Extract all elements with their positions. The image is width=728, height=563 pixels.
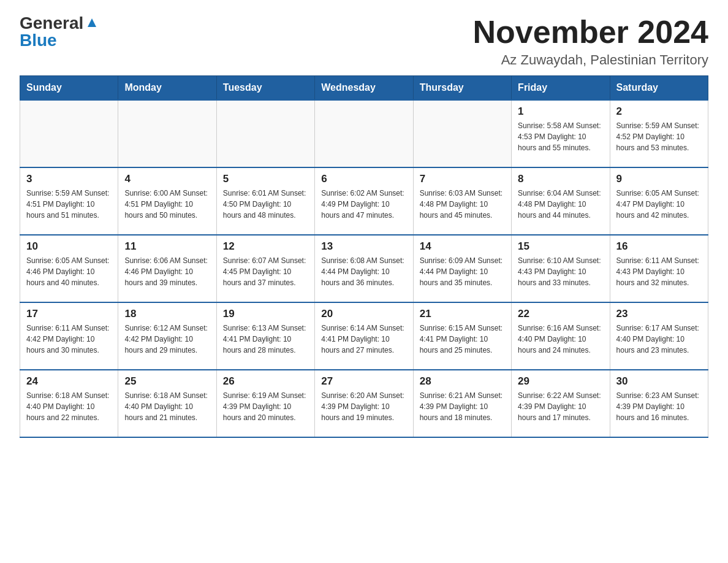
calendar-cell: 20Sunrise: 6:14 AM Sunset: 4:41 PM Dayli… [315, 302, 413, 370]
calendar-cell [20, 100, 118, 167]
day-number: 12 [223, 240, 308, 253]
calendar-cell: 2Sunrise: 5:59 AM Sunset: 4:52 PM Daylig… [610, 100, 708, 167]
day-info: Sunrise: 5:58 AM Sunset: 4:53 PM Dayligh… [518, 120, 603, 153]
day-number: 13 [321, 240, 406, 253]
day-number: 29 [518, 375, 603, 388]
day-info: Sunrise: 6:04 AM Sunset: 4:48 PM Dayligh… [518, 188, 603, 221]
day-number: 15 [518, 240, 603, 253]
day-info: Sunrise: 6:15 AM Sunset: 4:41 PM Dayligh… [420, 323, 505, 356]
day-number: 16 [616, 240, 702, 253]
calendar-cell: 29Sunrise: 6:22 AM Sunset: 4:39 PM Dayli… [512, 370, 610, 437]
day-info: Sunrise: 6:00 AM Sunset: 4:51 PM Dayligh… [124, 188, 210, 221]
day-number: 23 [616, 308, 702, 320]
weekday-header-wednesday: Wednesday [315, 76, 413, 101]
weekday-header-saturday: Saturday [610, 76, 708, 101]
calendar-cell: 15Sunrise: 6:10 AM Sunset: 4:43 PM Dayli… [512, 235, 610, 302]
calendar-cell [315, 100, 413, 167]
day-info: Sunrise: 6:09 AM Sunset: 4:44 PM Dayligh… [420, 255, 505, 288]
day-number: 5 [223, 173, 308, 185]
calendar-table: SundayMondayTuesdayWednesdayThursdayFrid… [20, 75, 708, 438]
day-info: Sunrise: 5:59 AM Sunset: 4:52 PM Dayligh… [616, 120, 702, 153]
calendar-cell: 28Sunrise: 6:21 AM Sunset: 4:39 PM Dayli… [413, 370, 511, 437]
day-number: 20 [321, 308, 406, 320]
calendar-cell: 19Sunrise: 6:13 AM Sunset: 4:41 PM Dayli… [216, 302, 314, 370]
day-number: 4 [124, 173, 210, 185]
calendar-cell [216, 100, 314, 167]
week-row-1: 1Sunrise: 5:58 AM Sunset: 4:53 PM Daylig… [20, 100, 708, 167]
location-subtitle: Az Zuwaydah, Palestinian Territory [473, 52, 708, 68]
calendar-cell: 24Sunrise: 6:18 AM Sunset: 4:40 PM Dayli… [20, 370, 118, 437]
week-row-4: 17Sunrise: 6:11 AM Sunset: 4:42 PM Dayli… [20, 302, 708, 370]
svg-marker-0 [88, 18, 96, 27]
day-info: Sunrise: 6:05 AM Sunset: 4:47 PM Dayligh… [616, 188, 702, 221]
page-header: General Blue November 2024 Az Zuwaydah, … [20, 15, 708, 68]
calendar-cell: 23Sunrise: 6:17 AM Sunset: 4:40 PM Dayli… [610, 302, 708, 370]
day-number: 26 [223, 375, 308, 388]
calendar-cell: 22Sunrise: 6:16 AM Sunset: 4:40 PM Dayli… [512, 302, 610, 370]
day-number: 11 [124, 240, 210, 253]
day-number: 24 [26, 375, 112, 388]
day-info: Sunrise: 6:14 AM Sunset: 4:41 PM Dayligh… [321, 323, 406, 356]
weekday-header-tuesday: Tuesday [216, 76, 314, 101]
weekday-header-thursday: Thursday [413, 76, 511, 101]
calendar-cell: 17Sunrise: 6:11 AM Sunset: 4:42 PM Dayli… [20, 302, 118, 370]
day-number: 9 [616, 173, 702, 185]
day-info: Sunrise: 6:11 AM Sunset: 4:43 PM Dayligh… [616, 255, 702, 288]
calendar-cell: 30Sunrise: 6:23 AM Sunset: 4:39 PM Dayli… [610, 370, 708, 437]
day-info: Sunrise: 6:05 AM Sunset: 4:46 PM Dayligh… [26, 255, 112, 288]
calendar-cell [118, 100, 216, 167]
calendar-cell: 26Sunrise: 6:19 AM Sunset: 4:39 PM Dayli… [216, 370, 314, 437]
day-number: 22 [518, 308, 603, 320]
week-row-3: 10Sunrise: 6:05 AM Sunset: 4:46 PM Dayli… [20, 235, 708, 302]
calendar-cell: 6Sunrise: 6:02 AM Sunset: 4:49 PM Daylig… [315, 167, 413, 235]
logo-blue-text: Blue [20, 32, 57, 49]
calendar-cell: 12Sunrise: 6:07 AM Sunset: 4:45 PM Dayli… [216, 235, 314, 302]
day-number: 19 [223, 308, 308, 320]
day-number: 28 [420, 375, 505, 388]
day-info: Sunrise: 6:13 AM Sunset: 4:41 PM Dayligh… [223, 323, 308, 356]
day-info: Sunrise: 6:07 AM Sunset: 4:45 PM Dayligh… [223, 255, 308, 288]
calendar-cell: 4Sunrise: 6:00 AM Sunset: 4:51 PM Daylig… [118, 167, 216, 235]
week-row-2: 3Sunrise: 5:59 AM Sunset: 4:51 PM Daylig… [20, 167, 708, 235]
day-info: Sunrise: 6:03 AM Sunset: 4:48 PM Dayligh… [420, 188, 505, 221]
calendar-cell: 1Sunrise: 5:58 AM Sunset: 4:53 PM Daylig… [512, 100, 610, 167]
day-info: Sunrise: 6:21 AM Sunset: 4:39 PM Dayligh… [420, 390, 505, 423]
day-info: Sunrise: 6:12 AM Sunset: 4:42 PM Dayligh… [124, 323, 210, 356]
calendar-cell: 27Sunrise: 6:20 AM Sunset: 4:39 PM Dayli… [315, 370, 413, 437]
day-number: 14 [420, 240, 505, 253]
month-year-title: November 2024 [473, 15, 708, 50]
day-info: Sunrise: 6:18 AM Sunset: 4:40 PM Dayligh… [26, 390, 112, 423]
day-number: 3 [26, 173, 112, 185]
day-number: 30 [616, 375, 702, 388]
day-info: Sunrise: 6:16 AM Sunset: 4:40 PM Dayligh… [518, 323, 603, 356]
day-info: Sunrise: 6:23 AM Sunset: 4:39 PM Dayligh… [616, 390, 702, 423]
day-number: 2 [616, 105, 702, 118]
calendar-cell: 8Sunrise: 6:04 AM Sunset: 4:48 PM Daylig… [512, 167, 610, 235]
day-info: Sunrise: 6:20 AM Sunset: 4:39 PM Dayligh… [321, 390, 406, 423]
calendar-cell: 18Sunrise: 6:12 AM Sunset: 4:42 PM Dayli… [118, 302, 216, 370]
day-number: 25 [124, 375, 210, 388]
calendar-cell: 10Sunrise: 6:05 AM Sunset: 4:46 PM Dayli… [20, 235, 118, 302]
logo-general-text: General [20, 15, 83, 32]
calendar-cell: 13Sunrise: 6:08 AM Sunset: 4:44 PM Dayli… [315, 235, 413, 302]
calendar-cell: 3Sunrise: 5:59 AM Sunset: 4:51 PM Daylig… [20, 167, 118, 235]
day-number: 8 [518, 173, 603, 185]
calendar-cell: 16Sunrise: 6:11 AM Sunset: 4:43 PM Dayli… [610, 235, 708, 302]
calendar-cell: 14Sunrise: 6:09 AM Sunset: 4:44 PM Dayli… [413, 235, 511, 302]
calendar-cell: 21Sunrise: 6:15 AM Sunset: 4:41 PM Dayli… [413, 302, 511, 370]
title-block: November 2024 Az Zuwaydah, Palestinian T… [473, 15, 708, 68]
day-info: Sunrise: 6:11 AM Sunset: 4:42 PM Dayligh… [26, 323, 112, 356]
weekday-header-monday: Monday [118, 76, 216, 101]
day-info: Sunrise: 6:19 AM Sunset: 4:39 PM Dayligh… [223, 390, 308, 423]
calendar-cell: 5Sunrise: 6:01 AM Sunset: 4:50 PM Daylig… [216, 167, 314, 235]
day-info: Sunrise: 6:10 AM Sunset: 4:43 PM Dayligh… [518, 255, 603, 288]
day-info: Sunrise: 6:01 AM Sunset: 4:50 PM Dayligh… [223, 188, 308, 221]
day-number: 18 [124, 308, 210, 320]
week-row-5: 24Sunrise: 6:18 AM Sunset: 4:40 PM Dayli… [20, 370, 708, 437]
calendar-cell: 11Sunrise: 6:06 AM Sunset: 4:46 PM Dayli… [118, 235, 216, 302]
day-number: 6 [321, 173, 406, 185]
calendar-header-row: SundayMondayTuesdayWednesdayThursdayFrid… [20, 76, 708, 101]
day-info: Sunrise: 6:17 AM Sunset: 4:40 PM Dayligh… [616, 323, 702, 356]
day-info: Sunrise: 6:08 AM Sunset: 4:44 PM Dayligh… [321, 255, 406, 288]
day-number: 21 [420, 308, 505, 320]
